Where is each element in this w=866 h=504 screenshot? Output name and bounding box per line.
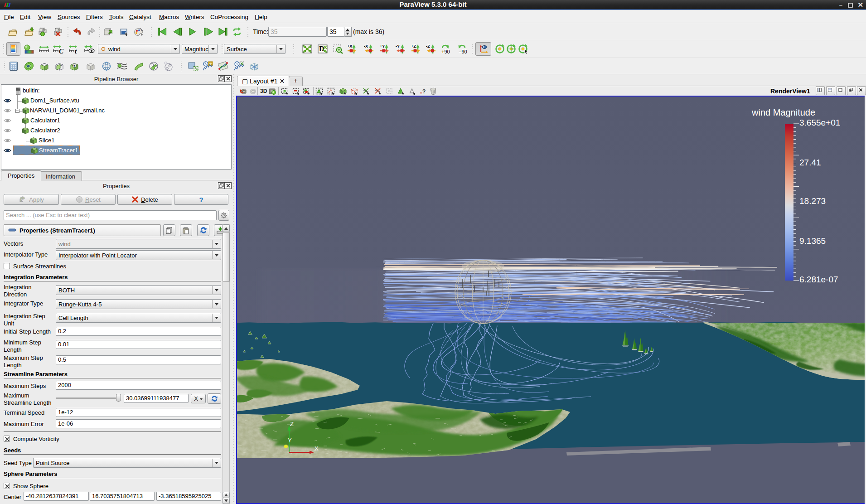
svg-text:6.281e-07: 6.281e-07 [799,275,838,284]
svg-text:27.41: 27.41 [799,158,821,167]
svg-text:Z: Z [290,421,294,427]
svg-text:+Z: +Z [411,44,416,48]
svg-text:−90: −90 [459,49,467,54]
svg-text:C: C [59,48,64,53]
svg-text:Y: Y [288,437,292,444]
svg-text:+X: +X [347,44,352,48]
svg-text:3D: 3D [260,88,267,94]
svg-text:+90: +90 [441,49,450,54]
svg-text:-X: -X [364,44,368,48]
svg-text:9.1365: 9.1365 [799,236,826,246]
svg-text:-Y: -Y [396,44,400,48]
svg-text:?: ? [422,88,426,95]
svg-text:-Z: -Z [426,44,430,48]
svg-text:3.655e+01: 3.655e+01 [799,118,840,127]
svg-text:t: t [75,48,77,53]
svg-text:X: X [314,445,319,452]
svg-text:+Y: +Y [380,44,385,48]
svg-text:wind Magnitude: wind Magnitude [751,107,815,117]
svg-text:18.273: 18.273 [799,196,826,206]
svg-text:t: t [74,64,75,68]
